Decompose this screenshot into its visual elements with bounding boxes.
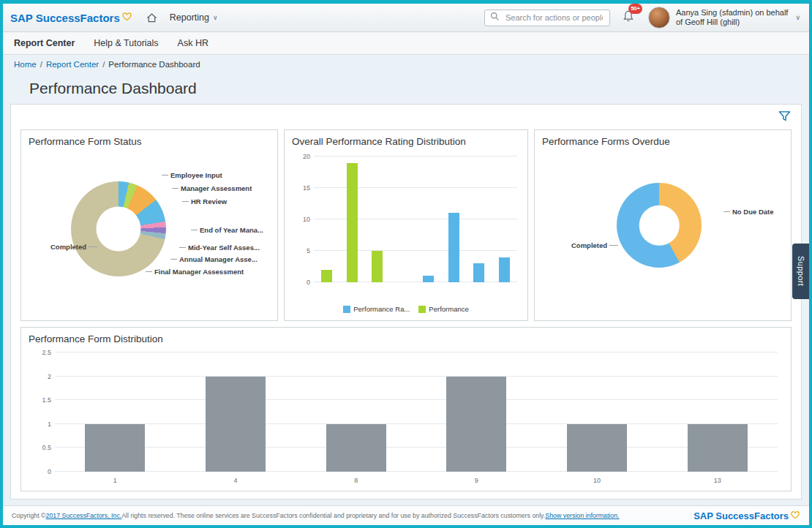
donut-label-mid-year: Mid-Year Self Asses... [179,244,260,252]
x-axis-tick: 4 [233,477,237,484]
overdue-donut-chart [617,183,702,268]
footer: Copyright © 2017 SuccessFactors, Inc. Al… [3,505,809,525]
panel-performance-forms-overdue: Performance Forms Overdue Completed No D… [534,129,792,321]
x-axis-tick: 1 [113,477,117,484]
show-version-link[interactable]: Show version information. [545,512,619,519]
y-axis-tick: 10 [292,216,310,223]
donut-label-employee-input: Employee Input [162,171,222,179]
avatar[interactable] [648,7,670,29]
y-axis-tick: 0 [33,468,51,475]
bar [688,424,748,472]
x-axis-tick: 10 [593,477,601,484]
module-selector-reporting[interactable]: Reporting ∨ [170,12,218,23]
donut-label-completed: Completed [571,241,618,249]
bar [567,424,627,472]
x-axis-tick: 13 [714,477,721,484]
sub-navigation: Report Center Help & Tutorials Ask HR [3,32,809,55]
donut-label-hr-review: HR Review [182,197,227,205]
company-link[interactable]: 2017 SuccessFactors, Inc. [46,512,122,519]
bar-slot: 8 [296,352,416,472]
notifications-button[interactable]: 50+ [622,10,635,26]
chevron-down-icon: ∨ [213,15,218,21]
footer-logo-text: SAP SuccessFactors [693,510,789,521]
search-input[interactable] [504,12,604,23]
bar [321,270,332,282]
panel-title: Performance Forms Overdue [542,136,791,147]
user-menu[interactable]: Aanya Sing (sfadmin) on behalf of Geoff … [676,8,802,27]
rating-chart-bars [314,156,517,282]
bar [448,213,459,282]
donut-label-final-manager: Final Manager Assessment [146,268,244,276]
bar-slot [390,156,416,282]
x-axis-tick: 8 [354,477,358,484]
home-icon[interactable] [146,12,158,24]
search-box[interactable] [484,10,610,26]
bar [473,263,484,282]
notification-badge: 50+ [628,4,642,14]
main-content: Performance Form Status Employee Input M… [3,104,809,505]
search-icon [490,11,500,24]
subnav-item-ask-hr[interactable]: Ask HR [178,38,208,48]
bar-slot [467,156,492,282]
x-axis-tick: 9 [475,477,478,484]
distribution-bar-chart: 00.511.522.5 14891013 [55,352,778,472]
legend-swatch [418,306,426,313]
bar [446,377,506,472]
bar-slot [339,156,365,282]
breadcrumb-separator: / [40,60,42,69]
breadcrumb-home-link[interactable]: Home [14,60,37,69]
panel-performance-form-distribution: Performance Form Distribution 00.511.522… [20,327,792,491]
bar-slot [416,156,441,282]
bar-slot [314,156,339,282]
bar [85,424,145,472]
logo-text: SAP SuccessFactors [10,12,120,24]
y-axis-tick: 2.5 [33,349,51,356]
donut-label-end-of-year: End of Year Mana... [191,226,263,234]
successfactors-logo[interactable]: SAP SuccessFactors [10,11,132,24]
panel-title: Overall Performance Rating Distribution [292,136,527,147]
legend-swatch [343,306,350,313]
donut-label-manager-assessment: Manager Assessment [172,184,252,192]
bell-icon [622,12,635,25]
bar-slot [365,156,391,282]
bar [499,257,510,282]
bar-slot: 9 [416,352,537,472]
bar [347,163,358,282]
support-tab[interactable]: Support [792,244,809,299]
user-name-text: Aanya Sing (sfadmin) on behalf of Geoff … [676,8,788,27]
bar-slot: 1 [55,352,176,472]
module-label: Reporting [170,12,209,23]
y-axis-tick: 1 [33,420,51,428]
title-bar: Performance Dashboard [3,73,809,104]
heart-icon [790,510,800,522]
page-title: Performance Dashboard [29,80,197,97]
y-axis-tick: 1.5 [33,396,51,404]
y-axis-tick: 2 [33,373,51,380]
y-axis-tick: 0.5 [33,444,51,451]
breadcrumb-separator: / [102,60,105,69]
subnav-item-help-tutorials[interactable]: Help & Tutorials [94,38,158,48]
y-axis-tick: 0 [292,279,310,286]
donut-label-annual-manager: Annual Manager Asse... [170,255,257,263]
panel-performance-form-status: Performance Form Status Employee Input M… [20,129,278,321]
heart-icon [121,11,132,24]
chevron-down-icon: ∨ [795,15,800,21]
donut-label-completed: Completed [50,243,97,251]
filter-icon[interactable] [778,110,792,124]
rating-bar-chart: 05101520 [314,156,517,282]
breadcrumb-current: Performance Dashboard [108,60,200,69]
distribution-chart-bars: 14891013 [55,352,778,472]
bar-slot [441,156,467,282]
y-axis-tick: 20 [292,153,310,160]
legend-item[interactable]: Performance Ra... [343,305,410,313]
bar-slot: 13 [657,352,778,472]
legend-label: Performance Ra... [353,305,410,313]
form-status-donut-chart [71,181,166,276]
subnav-item-report-center[interactable]: Report Center [14,38,75,48]
bar [423,276,434,282]
top-bar: SAP SuccessFactors Reporting ∨ 50+ [3,4,809,32]
copyright-text: Copyright © [12,512,46,519]
copyright-body: All rights reserved. These online servic… [121,512,545,519]
breadcrumb-report-center-link[interactable]: Report Center [46,60,99,69]
legend-item[interactable]: Performance [418,305,468,313]
